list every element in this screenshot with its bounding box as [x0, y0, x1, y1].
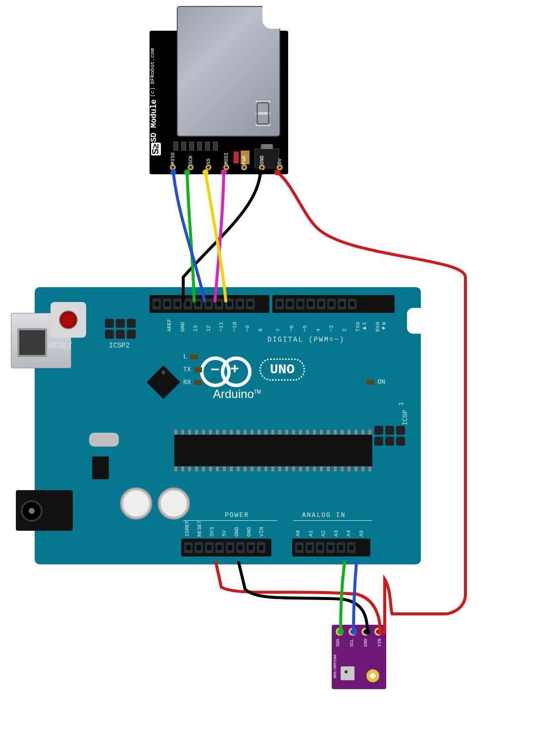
wire-bme-sda: [341, 562, 345, 632]
status-leds: L TX RX: [183, 351, 202, 389]
wiring-diagram: S≥ SD Module (c) DFRobot.com MISO SCK SS…: [0, 0, 560, 755]
arduino-uno-board: RESET ICSP2 AREF GND 13 12 ~11 ~10 ~9 8 …: [35, 287, 421, 564]
digital-header-left: [150, 295, 269, 313]
wire-sd-ss: [205, 172, 226, 301]
wire-bme-vin: [216, 562, 380, 632]
bme-ic-icon: [341, 666, 355, 680]
crystal-icon: [89, 433, 119, 447]
power-labels: IOREF RESET 3V3 5V GND GND VIN: [184, 520, 264, 537]
analog-section-label: ANALOG IN: [302, 511, 346, 519]
digital-header-right: [272, 295, 395, 313]
atmega16u2-icon: [147, 365, 180, 399]
sd-pin-gnd: GND: [258, 145, 265, 174]
atmega328p-icon: [174, 435, 372, 466]
on-led: ON: [366, 378, 385, 386]
wire-sd-gnd: [183, 172, 260, 301]
wire-sd-sck: [187, 172, 194, 301]
bme-pin-gnd: GND: [363, 639, 368, 647]
bme-pin-vin: VIN: [377, 639, 382, 647]
power-header: [181, 539, 271, 556]
icsp2-label: ICSP2: [109, 342, 130, 350]
sd-card-icon: [177, 6, 280, 137]
sd-pin-miso: MISO: [169, 145, 176, 174]
icsp-label: ICSP: [402, 410, 409, 425]
digital-labels-right: 7 ~6 ~5 4 ~3 2 TX0 ▶1 RX0 ◀0: [275, 315, 387, 332]
sd-logo-icon: S≥: [151, 143, 161, 155]
icsp-header: [374, 426, 405, 446]
sd-pin-sck: SCK: [187, 145, 194, 174]
reset-label: RESET: [49, 342, 72, 351]
sd-pin-ss: SS: [205, 145, 212, 174]
icsp2-header: [105, 319, 136, 339]
bme280-sensor-module: SDA SCL GND VIN BME/BMP280: [332, 625, 386, 689]
mounting-hole-icon: [366, 669, 379, 682]
wire-bme-gnd: [239, 562, 367, 632]
analog-labels: A0 A1 A2 A3 A4 A5: [295, 520, 364, 537]
wire-sd-miso: [173, 172, 204, 301]
digital-labels-left: AREF GND 13 12 ~11 ~10 ~9 8: [153, 315, 263, 332]
digital-section-label: DIGITAL (PWM=~): [267, 336, 345, 344]
sd-pin-mosi: MOSI: [223, 145, 230, 174]
sd-card-module: S≥ SD Module (c) DFRobot.com MISO SCK SS…: [150, 31, 288, 174]
analog-header: [292, 539, 370, 556]
wire-sd-mosi: [215, 172, 224, 301]
arduino-logo-icon: UNO: [200, 356, 305, 382]
capacitors-icon: [120, 487, 190, 520]
reset-button[interactable]: [51, 302, 86, 338]
bme-pin-scl: SCL: [350, 639, 355, 647]
sd-module-label: S≥ SD Module (c) DFRobot.com: [150, 40, 167, 165]
sd-pin-header: MISO SCK SS MOSI PWR GND 5V: [169, 145, 283, 174]
power-section-label: POWER: [225, 511, 249, 519]
pin1-marker: 1: [398, 402, 405, 405]
bme-chip-label: BME/BMP280: [333, 654, 338, 678]
arduino-wordmark: ArduinoTM: [213, 387, 261, 401]
wire-bme-scl: [354, 562, 356, 632]
sd-pin-5v: 5V: [276, 145, 283, 174]
sd-pin-pwr: PWR: [241, 145, 248, 174]
dc-barrel-jack-icon: [16, 490, 73, 531]
bme-pin-sda: SDA: [336, 639, 341, 647]
